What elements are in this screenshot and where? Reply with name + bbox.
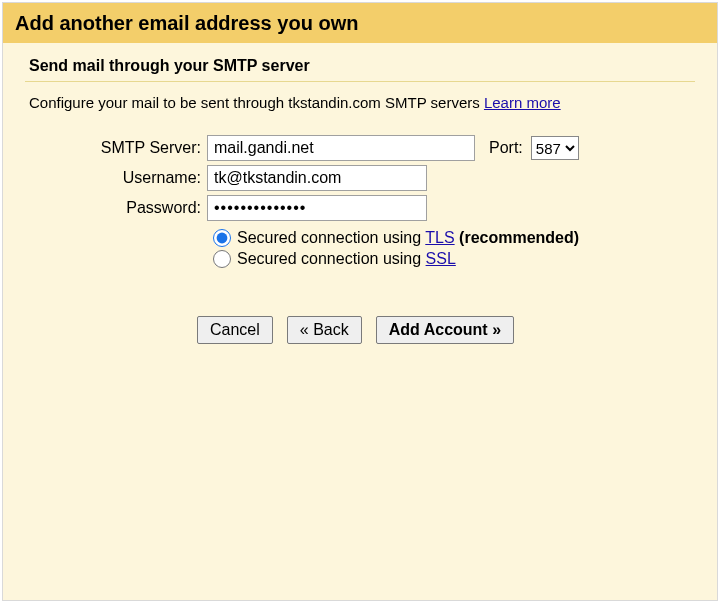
cancel-button[interactable]: Cancel	[197, 316, 273, 344]
port-select[interactable]: 587	[531, 136, 579, 160]
password-label: Password:	[29, 199, 207, 217]
radio-tls[interactable]	[213, 229, 231, 247]
smtp-form: SMTP Server: Port: 587 Username: Passwor…	[29, 135, 695, 344]
radio-ssl-row[interactable]: Secured connection using SSL	[213, 250, 695, 268]
smtp-server-input[interactable]	[207, 135, 475, 161]
back-button[interactable]: « Back	[287, 316, 362, 344]
ssl-link[interactable]: SSL	[426, 250, 456, 267]
row-username: Username:	[29, 165, 695, 191]
row-smtp: SMTP Server: Port: 587	[29, 135, 695, 161]
radio-ssl[interactable]	[213, 250, 231, 268]
learn-more-link[interactable]: Learn more	[484, 94, 561, 111]
instruction-prefix: Configure your mail to be sent through t…	[29, 94, 484, 111]
dialog-window: Add another email address you own Send m…	[2, 2, 718, 601]
smtp-label: SMTP Server:	[29, 139, 207, 157]
radio-tls-prefix: Secured connection using	[237, 229, 425, 246]
port-label: Port:	[489, 139, 523, 157]
divider	[25, 81, 695, 82]
dialog-title: Add another email address you own	[3, 3, 717, 43]
add-account-button[interactable]: Add Account »	[376, 316, 514, 344]
username-label: Username:	[29, 169, 207, 187]
section-title: Send mail through your SMTP server	[29, 57, 695, 75]
instruction-text: Configure your mail to be sent through t…	[29, 94, 695, 111]
dialog-body: Send mail through your SMTP server Confi…	[3, 43, 717, 600]
row-password: Password:	[29, 195, 695, 221]
password-input[interactable]	[207, 195, 427, 221]
tls-link[interactable]: TLS	[425, 229, 454, 246]
button-row: Cancel « Back Add Account »	[197, 316, 695, 344]
security-radio-group: Secured connection using TLS (recommende…	[213, 229, 695, 268]
radio-tls-suffix: (recommended)	[455, 229, 579, 246]
username-input[interactable]	[207, 165, 427, 191]
radio-tls-row[interactable]: Secured connection using TLS (recommende…	[213, 229, 695, 247]
radio-ssl-prefix: Secured connection using	[237, 250, 426, 267]
